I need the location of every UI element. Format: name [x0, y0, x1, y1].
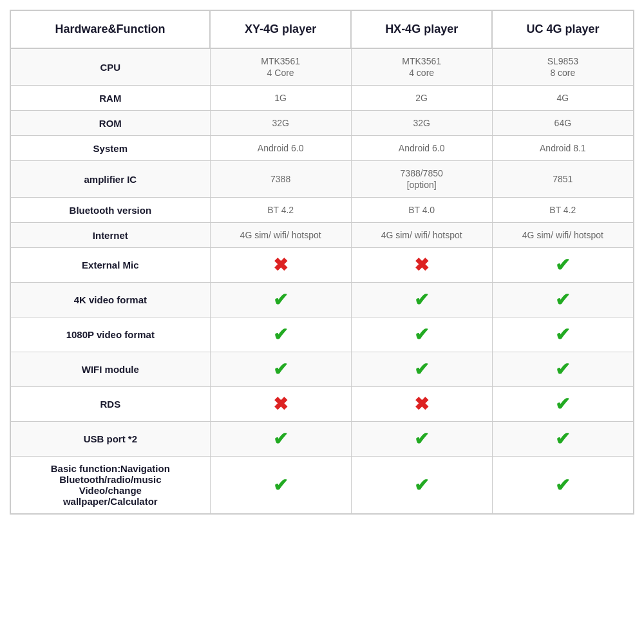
uc-cell: ✔: [492, 283, 634, 317]
check-icon: ✔: [555, 394, 570, 414]
feature-label: 1080P video format: [10, 317, 210, 352]
xy-cell: Android 6.0: [210, 136, 351, 161]
hx-cell: ✖: [351, 387, 492, 422]
uc-cell: ✔: [492, 317, 634, 352]
uc-cell: 7851: [492, 161, 634, 198]
check-icon: ✔: [414, 325, 429, 345]
cell-text: 7388/7850[option]: [401, 168, 443, 190]
cell-text: BT 4.2: [549, 205, 576, 215]
hx-cell: BT 4.0: [351, 198, 492, 223]
xy-cell: MTK35614 Core: [210, 48, 351, 86]
cross-icon: ✖: [414, 255, 429, 275]
table-row: Internet 4G sim/ wifi/ hotspot 4G sim/ w…: [10, 223, 634, 248]
check-icon: ✔: [555, 359, 570, 379]
hx-cell: ✔: [351, 457, 492, 515]
xy-cell: 1G: [210, 86, 351, 111]
uc-cell: BT 4.2: [492, 198, 634, 223]
table-row: RDS ✖ ✖ ✔: [10, 387, 634, 422]
hx-cell: 32G: [351, 111, 492, 136]
check-icon: ✔: [414, 290, 429, 310]
header-uc: UC 4G player: [492, 10, 634, 48]
header-feature: Hardware&Function: [10, 10, 210, 48]
check-icon: ✔: [414, 429, 429, 449]
cell-text: MTK35614 core: [402, 56, 441, 78]
cell-text: 7388: [270, 174, 290, 184]
xy-cell: ✔: [210, 317, 351, 352]
comparison-table: Hardware&Function XY-4G player HX-4G pla…: [10, 10, 634, 515]
cell-text: 1G: [274, 93, 287, 103]
cell-text: SL98538 core: [547, 56, 578, 78]
check-icon: ✔: [273, 325, 288, 345]
hx-cell: Android 6.0: [351, 136, 492, 161]
feature-label: amplifier IC: [10, 161, 210, 198]
xy-cell: 32G: [210, 111, 351, 136]
hx-cell: ✔: [351, 283, 492, 317]
cell-text: MTK35614 Core: [261, 56, 300, 78]
cell-text: 4G sim/ wifi/ hotspot: [240, 230, 321, 240]
feature-label: USB port *2: [10, 422, 210, 457]
cell-text: Android 6.0: [399, 143, 445, 153]
hx-cell: ✔: [351, 422, 492, 457]
header-xy: XY-4G player: [210, 10, 351, 48]
cell-text: 32G: [413, 118, 430, 128]
cell-text: Android 6.0: [258, 143, 304, 153]
cell-text: 64G: [554, 118, 571, 128]
feature-label: Bluetooth version: [10, 198, 210, 223]
cross-icon: ✖: [273, 394, 288, 414]
feature-label: System: [10, 136, 210, 161]
check-icon: ✔: [414, 475, 429, 495]
xy-cell: ✔: [210, 283, 351, 317]
uc-cell: ✔: [492, 248, 634, 283]
feature-label: RDS: [10, 387, 210, 422]
feature-label: 4K video format: [10, 283, 210, 317]
check-icon: ✔: [555, 429, 570, 449]
table-row: CPU MTK35614 Core MTK35614 core SL98538 …: [10, 48, 634, 86]
table-row: USB port *2 ✔ ✔ ✔: [10, 422, 634, 457]
hx-cell: ✔: [351, 317, 492, 352]
uc-cell: SL98538 core: [492, 48, 634, 86]
cell-text: 2G: [415, 93, 428, 103]
cell-text: BT 4.2: [267, 205, 294, 215]
hx-cell: MTK35614 core: [351, 48, 492, 86]
feature-label: Internet: [10, 223, 210, 248]
uc-cell: ✔: [492, 352, 634, 387]
uc-cell: ✔: [492, 422, 634, 457]
check-icon: ✔: [555, 475, 570, 495]
table-row: WIFI module ✔ ✔ ✔: [10, 352, 634, 387]
hx-cell: 4G sim/ wifi/ hotspot: [351, 223, 492, 248]
check-icon: ✔: [273, 290, 288, 310]
hx-cell: 7388/7850[option]: [351, 161, 492, 198]
uc-cell: 4G sim/ wifi/ hotspot: [492, 223, 634, 248]
check-icon: ✔: [555, 290, 570, 310]
xy-cell: ✖: [210, 248, 351, 283]
check-icon: ✔: [555, 325, 570, 345]
table-row: Basic function:NavigationBluetooth/radio…: [10, 457, 634, 515]
feature-label: CPU: [10, 48, 210, 86]
cross-icon: ✖: [414, 394, 429, 414]
table-body: CPU MTK35614 Core MTK35614 core SL98538 …: [10, 48, 634, 514]
table-row: System Android 6.0 Android 6.0 Android 8…: [10, 136, 634, 161]
table-row: ROM 32G 32G 64G: [10, 111, 634, 136]
table-header-row: Hardware&Function XY-4G player HX-4G pla…: [10, 10, 634, 48]
uc-cell: ✔: [492, 457, 634, 515]
cell-text: 4G: [556, 93, 569, 103]
check-icon: ✔: [273, 475, 288, 495]
table-row: 1080P video format ✔ ✔ ✔: [10, 317, 634, 352]
feature-label: Basic function:NavigationBluetooth/radio…: [10, 457, 210, 515]
feature-label: External Mic: [10, 248, 210, 283]
table-row: Bluetooth version BT 4.2 BT 4.0 BT 4.2: [10, 198, 634, 223]
hx-cell: ✔: [351, 352, 492, 387]
cell-text: BT 4.0: [408, 205, 435, 215]
uc-cell: 4G: [492, 86, 634, 111]
cell-text: 32G: [272, 118, 289, 128]
feature-label: RAM: [10, 86, 210, 111]
xy-cell: BT 4.2: [210, 198, 351, 223]
xy-cell: 7388: [210, 161, 351, 198]
check-icon: ✔: [555, 255, 570, 275]
table-row: External Mic ✖ ✖ ✔: [10, 248, 634, 283]
header-hx: HX-4G player: [351, 10, 492, 48]
table-row: RAM 1G 2G 4G: [10, 86, 634, 111]
cross-icon: ✖: [273, 255, 288, 275]
cell-text: 7851: [553, 174, 573, 184]
hx-cell: 2G: [351, 86, 492, 111]
